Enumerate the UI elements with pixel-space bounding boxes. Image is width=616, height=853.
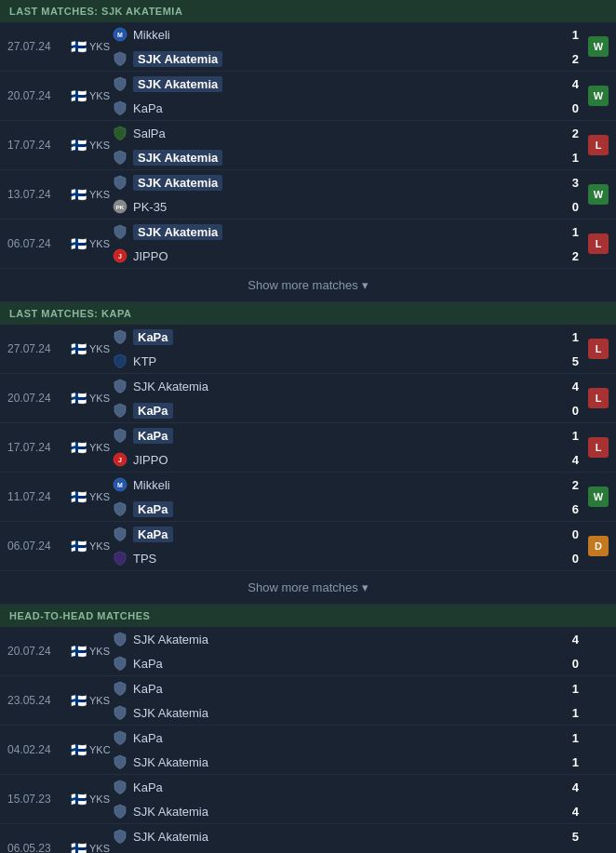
team-name: KaPa: [133, 526, 173, 542]
table-row: 27.07.24🇫🇮YKS M Mikkeli SJK Akatemia12W: [0, 22, 616, 72]
chevron-down-icon: ▾: [362, 580, 368, 594]
table-row: 20.07.24🇫🇮YKS SJK Akatemia KaPa40W: [0, 72, 616, 121]
team-logo: [112, 631, 128, 647]
table-row: 17.07.24🇫🇮YKS SalPa SJK Akatemia21L: [0, 121, 616, 170]
table-row: 13.07.24🇫🇮YKS SJK Akatemia PK PK-3530W: [0, 170, 616, 220]
team-row: SalPa: [112, 121, 551, 145]
teams-column: M Mikkeli SJK Akatemia: [112, 22, 551, 71]
result-badge: L: [588, 233, 609, 254]
team-row: M Mikkeli: [112, 22, 551, 47]
team-logo: M: [112, 26, 128, 43]
league-info: 🇫🇮YKS: [71, 473, 112, 521]
score-value: 0: [572, 651, 579, 675]
scores-column: 14: [551, 423, 579, 472]
league-info: 🇫🇮YKS: [71, 325, 112, 373]
flag-icon: 🇫🇮: [71, 236, 87, 251]
table-row: 06.07.24🇫🇮YKS SJK Akatemia J JIPPO12L: [0, 220, 616, 269]
score-value: 2: [572, 244, 579, 268]
team-logo: [112, 125, 128, 141]
team-row: SJK Akatemia: [112, 374, 551, 398]
score-value: 4: [572, 374, 579, 398]
svg-text:J: J: [118, 457, 122, 463]
team-logo: M: [112, 476, 128, 493]
team-row: SJK Akatemia: [112, 145, 551, 169]
league-abbr: YKS: [89, 41, 110, 52]
team-name: SJK Akatemia: [133, 805, 208, 819]
team-row: SJK Akatemia: [112, 700, 551, 725]
match-date: 06.07.24: [7, 220, 71, 268]
table-row: 20.07.24🇫🇮YKS SJK Akatemia KaPa40: [0, 627, 616, 676]
league-abbr: YKS: [89, 695, 110, 706]
result-badge: W: [588, 184, 609, 205]
team-name: JIPPO: [133, 249, 168, 263]
match-date: 06.05.23: [7, 824, 71, 853]
league-abbr: YKS: [89, 90, 110, 101]
league-info: 🇫🇮YKS: [71, 824, 112, 853]
league-abbr: YKS: [89, 343, 110, 354]
score-value: 1: [572, 423, 579, 447]
score-value: 1: [572, 676, 579, 700]
team-logo: [112, 828, 128, 845]
scores-column: 44: [551, 775, 579, 823]
team-row: SJK Akatemia: [112, 750, 551, 774]
teams-column: SJK Akatemia J JIPPO: [112, 220, 551, 268]
section-header-head-to-head: HEAD-TO-HEAD MATCHES: [0, 605, 616, 627]
team-row: SJK Akatemia: [112, 170, 551, 194]
team-name: SJK Akatemia: [133, 224, 222, 240]
team-logo: [112, 100, 128, 116]
result-spacer: [579, 726, 609, 774]
score-value: 1: [572, 750, 579, 774]
result-spacer: [579, 775, 609, 823]
svg-text:PK: PK: [116, 205, 125, 210]
scores-column: 21: [551, 121, 579, 169]
team-name: KaPa: [133, 329, 173, 345]
table-row: 04.02.24🇫🇮YKC KaPa SJK Akatemia11: [0, 726, 616, 775]
team-row: SJK Akatemia: [112, 47, 551, 71]
team-row: SJK Akatemia: [112, 627, 551, 651]
teams-column: KaPa SJK Akatemia: [112, 676, 551, 725]
match-date: 06.07.24: [7, 522, 71, 570]
score-value: 6: [572, 497, 579, 521]
team-name: KaPa: [133, 501, 173, 517]
team-logo: [112, 378, 128, 394]
scores-column: 40: [551, 72, 579, 120]
flag-icon: 🇫🇮: [71, 88, 87, 103]
league-abbr: YKS: [89, 393, 110, 404]
flag-icon: 🇫🇮: [71, 39, 87, 54]
flag-icon: 🇫🇮: [71, 841, 87, 853]
score-value: 4: [572, 627, 579, 651]
show-more-button[interactable]: Show more matches▾: [0, 269, 616, 302]
teams-column: KaPa J JIPPO: [112, 423, 551, 472]
team-name: Mikkeli: [133, 478, 170, 492]
show-more-text: Show more matches: [248, 580, 358, 594]
match-date: 13.07.24: [7, 170, 71, 219]
scores-column: 53: [551, 824, 579, 853]
table-row: 20.07.24🇫🇮YKS SJK Akatemia KaPa40L: [0, 374, 616, 423]
team-row: SJK Akatemia: [112, 824, 551, 848]
match-date: 23.05.24: [7, 676, 71, 725]
team-logo: [112, 704, 128, 721]
score-value: 2: [572, 47, 579, 71]
team-logo: [112, 655, 128, 672]
teams-column: KaPa KTP: [112, 325, 551, 373]
team-name: KaPa: [133, 731, 163, 745]
table-row: 15.07.23🇫🇮YKS KaPa SJK Akatemia44: [0, 775, 616, 824]
team-logo: J: [112, 247, 128, 264]
team-name: KaPa: [133, 428, 173, 444]
teams-column: SalPa SJK Akatemia: [112, 121, 551, 169]
score-value: 4: [572, 799, 579, 823]
league-info: 🇫🇮YKS: [71, 220, 112, 268]
league-info: 🇫🇮YKS: [71, 22, 112, 71]
show-more-button[interactable]: Show more matches▾: [0, 571, 616, 605]
team-name: TPS: [133, 552, 156, 566]
team-row: KaPa: [112, 398, 551, 422]
flag-icon: 🇫🇮: [71, 644, 87, 659]
team-logo: [112, 680, 128, 697]
team-row: KaPa: [112, 775, 551, 799]
team-name: KaPa: [133, 101, 163, 115]
league-abbr: YKS: [89, 843, 110, 853]
league-info: 🇫🇮YKS: [71, 775, 112, 823]
team-logo: [112, 500, 128, 517]
section-header-kapa: LAST MATCHES: KAPA: [0, 302, 616, 325]
teams-column: SJK Akatemia PK PK-35: [112, 170, 551, 219]
